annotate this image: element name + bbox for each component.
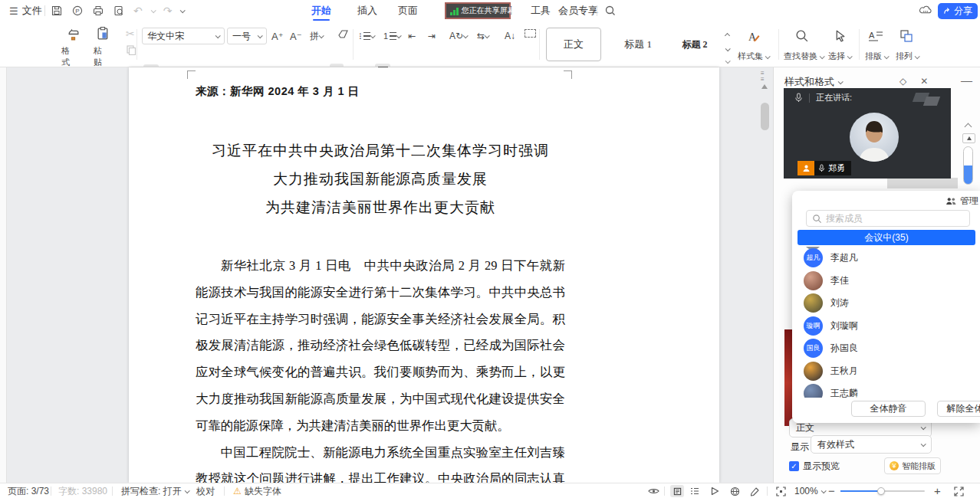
undo-icon[interactable]: ↶ bbox=[133, 5, 143, 17]
proofread-button[interactable]: 校对 bbox=[196, 483, 215, 498]
participant-row[interactable]: 璇啊 刘璇啊 bbox=[797, 315, 975, 338]
missing-font-warning[interactable]: ⚠ 缺失字体 bbox=[233, 483, 281, 498]
collapse-pane-icon[interactable]: — bbox=[961, 74, 972, 87]
numbered-list-icon[interactable]: 1 bbox=[383, 28, 400, 44]
scroll-thumb[interactable] bbox=[761, 103, 769, 130]
pane-scroll-up-button[interactable] bbox=[962, 133, 975, 143]
export-pdf-icon[interactable]: P bbox=[71, 5, 84, 17]
style-gallery-up-icon[interactable] bbox=[725, 33, 730, 38]
paste-icon[interactable] bbox=[96, 26, 110, 41]
style-gallery-down-icon[interactable] bbox=[725, 46, 731, 51]
style-set-label[interactable]: 样式集 bbox=[738, 51, 769, 62]
close-pane-icon[interactable]: ✕ bbox=[920, 76, 928, 87]
decrease-indent-icon[interactable]: ⇤ bbox=[408, 28, 416, 44]
style-heading1[interactable]: 标题 1 bbox=[612, 28, 664, 61]
manage-button[interactable]: 管理 bbox=[945, 195, 978, 208]
pane-chevron-up-icon[interactable] bbox=[965, 123, 972, 131]
word-count[interactable]: 字数: 33980 bbox=[58, 483, 107, 498]
zoom-slider-thumb[interactable] bbox=[877, 487, 885, 495]
arrange-icon[interactable] bbox=[899, 28, 914, 44]
tab-tools[interactable]: 工具 bbox=[531, 0, 551, 21]
unmute-all-button[interactable]: 解除全体静音 bbox=[937, 401, 980, 417]
new-style-icon[interactable]: ◇ bbox=[899, 76, 906, 87]
find-replace-icon[interactable] bbox=[794, 28, 809, 43]
task-pane-title[interactable]: 样式和格式 bbox=[784, 75, 842, 89]
bullet-list-icon[interactable]: ⁝ bbox=[359, 28, 374, 44]
pane-scrollbar[interactable] bbox=[963, 146, 973, 185]
scroll-up-icon[interactable] bbox=[761, 84, 768, 89]
style-set-icon[interactable]: A bbox=[745, 29, 761, 44]
outline-view-icon[interactable] bbox=[690, 483, 699, 498]
file-menu[interactable]: ☰ 文件 bbox=[9, 0, 42, 21]
quick-toolbar-dropdown-icon[interactable] bbox=[180, 8, 186, 13]
reader-eye-icon[interactable] bbox=[648, 483, 659, 498]
clear-format-icon[interactable] bbox=[337, 29, 350, 40]
font-name-select[interactable]: 华文中宋 bbox=[142, 28, 225, 44]
undo-dropdown-icon[interactable] bbox=[150, 8, 156, 13]
fit-page-icon[interactable] bbox=[776, 483, 786, 498]
display-filter-select[interactable]: 有效样式 bbox=[811, 435, 932, 454]
document-scrollbar[interactable]: ≡ ≡ bbox=[759, 67, 772, 483]
participant-row[interactable]: 王秋月 bbox=[797, 360, 975, 383]
select-label[interactable]: 选择 bbox=[828, 51, 851, 62]
screen-sharing-badge[interactable]: 您正在共享屏幕 bbox=[445, 2, 511, 19]
char-scale-icon[interactable]: ⇆ bbox=[477, 28, 488, 44]
smart-typeset-button[interactable]: ¥ 智能排版 bbox=[884, 457, 941, 474]
decrease-font-icon[interactable]: A⁻ bbox=[290, 28, 302, 44]
cut-icon[interactable]: ✂ bbox=[126, 28, 135, 40]
pane-scroll-thumb[interactable] bbox=[964, 165, 972, 184]
zoom-in-icon[interactable]: + bbox=[934, 483, 941, 498]
find-replace-label[interactable]: 查找替换 bbox=[784, 51, 824, 62]
spellcheck-toggle[interactable]: 拼写检查: 打开 bbox=[121, 483, 189, 498]
page-view-icon[interactable] bbox=[670, 485, 684, 497]
format-painter-icon[interactable] bbox=[66, 27, 81, 41]
tab-page[interactable]: 页面 bbox=[398, 0, 418, 21]
style-heading2[interactable]: 标题 2 bbox=[669, 28, 721, 61]
share-button[interactable]: 分享 bbox=[938, 3, 978, 19]
search-member-input[interactable] bbox=[826, 213, 949, 224]
zoom-level[interactable]: 100% bbox=[794, 483, 825, 498]
sort-icon[interactable]: A↓ bbox=[505, 28, 515, 44]
save-icon[interactable] bbox=[51, 5, 63, 17]
print-icon[interactable] bbox=[92, 5, 104, 17]
next-page-icon[interactable]: ≡ bbox=[761, 77, 765, 83]
cloud-sync-icon[interactable] bbox=[919, 5, 931, 17]
zoom-out-icon[interactable]: − bbox=[828, 483, 835, 498]
increase-indent-icon[interactable]: ⇥ bbox=[428, 28, 436, 44]
in-meeting-count-bar[interactable]: 会议中(35) bbox=[797, 230, 975, 245]
arrange-label[interactable]: 排列 bbox=[896, 51, 919, 62]
style-gallery-more-icon[interactable] bbox=[725, 58, 731, 64]
page-indicator[interactable]: 页面: 3/73 bbox=[8, 483, 49, 498]
participant-row[interactable]: 刘涛 bbox=[797, 292, 975, 315]
show-preview-checkbox[interactable]: ✓ 显示预览 bbox=[789, 460, 840, 473]
select-cursor-icon[interactable] bbox=[833, 28, 847, 43]
tab-membership[interactable]: 会员专享 bbox=[558, 0, 598, 21]
phonetic-guide-icon[interactable]: 拼 bbox=[310, 28, 323, 44]
increase-font-icon[interactable]: A⁺ bbox=[271, 28, 284, 44]
text-direction-icon[interactable]: A↻ bbox=[449, 28, 467, 44]
tab-home[interactable]: 开始 bbox=[311, 0, 331, 21]
document-page[interactable]: 来源：新华网 2024 年 3 月 1 日 习近平在中共中央政治局第十二次集体学… bbox=[129, 67, 719, 483]
meeting-video-window[interactable]: 正在讲话: 郑勇 bbox=[784, 88, 951, 179]
participant-row[interactable]: 国良 孙国良 bbox=[797, 337, 975, 360]
style-normal[interactable]: 正文 bbox=[546, 28, 601, 61]
show-marks-icon[interactable] bbox=[525, 29, 536, 38]
search-member-box[interactable] bbox=[806, 210, 970, 227]
typeset-icon[interactable]: A bbox=[868, 29, 883, 43]
redo-icon[interactable]: ↷ bbox=[163, 5, 173, 17]
font-size-select[interactable]: 一号 bbox=[227, 28, 267, 44]
web-view-icon[interactable] bbox=[730, 483, 740, 498]
play-presentation-icon[interactable] bbox=[710, 483, 719, 498]
participant-row[interactable]: 李佳 bbox=[797, 270, 975, 293]
typeset-label[interactable]: 排版 bbox=[865, 51, 888, 62]
participant-row[interactable]: 王志麟 bbox=[797, 382, 975, 398]
print-preview-icon[interactable] bbox=[113, 5, 125, 17]
mute-all-button[interactable]: 全体静音 bbox=[851, 401, 926, 417]
edit-pen-icon[interactable] bbox=[750, 483, 760, 498]
copy-icon[interactable] bbox=[126, 44, 136, 55]
search-icon[interactable] bbox=[604, 5, 617, 17]
tab-insert[interactable]: 插入 bbox=[357, 0, 377, 21]
participant-row[interactable]: 超凡 李超凡 bbox=[797, 247, 975, 270]
fullscreen-icon[interactable] bbox=[954, 483, 964, 498]
zoom-slider[interactable] bbox=[840, 490, 925, 492]
